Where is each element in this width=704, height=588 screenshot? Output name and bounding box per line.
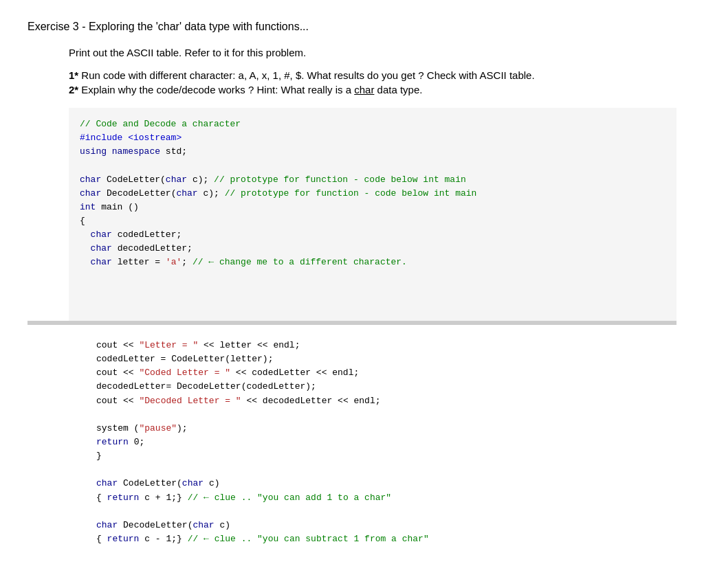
exercise-title: Exercise 3 - Exploring the 'char' data t… [28, 21, 676, 33]
task-1: 1* Run code with different character: a,… [69, 69, 676, 81]
ascii-instruction: Print out the ASCII table. Refer to it f… [69, 47, 676, 58]
task-2: 2* Explain why the code/decode works ? H… [69, 84, 676, 95]
code-block-bottom: cout << "Letter = " << letter << endl; c… [28, 325, 676, 553]
code-block-top: // Code and Decode a character #include … [69, 108, 676, 321]
